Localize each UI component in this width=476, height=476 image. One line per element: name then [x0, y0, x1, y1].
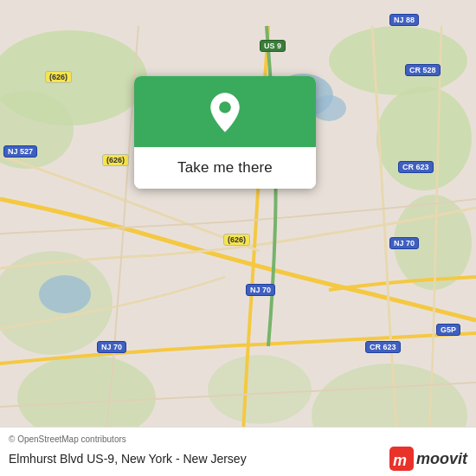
pin-icon — [204, 92, 246, 133]
shield-nj527: NJ 527 — [3, 145, 37, 158]
card-header — [134, 76, 316, 147]
moovit-text: moovit — [416, 450, 467, 468]
location-card: Take me there — [134, 76, 316, 189]
card-footer[interactable]: Take me there — [134, 147, 316, 189]
bottom-bar: © OpenStreetMap contributors Elmhurst Bl… — [0, 427, 476, 476]
moovit-icon: m — [389, 447, 414, 471]
svg-point-9 — [208, 355, 312, 424]
svg-point-4 — [376, 87, 472, 190]
location-label: Elmhurst Blvd US-9, New York - New Jerse… — [9, 447, 467, 471]
shield-nj70-r: NJ 70 — [389, 237, 419, 249]
shield-nj70-c: NJ 70 — [246, 284, 275, 296]
shield-nj88: NJ 88 — [389, 14, 419, 26]
shield-g5p: G5P — [436, 324, 460, 336]
location-text: Elmhurst Blvd US-9, New York - New Jerse… — [9, 452, 247, 466]
take-me-there-button[interactable]: Take me there — [177, 159, 273, 177]
shield-626-mid: (626) — [102, 154, 129, 166]
shield-cr623-r: CR 623 — [398, 161, 434, 173]
copyright-text: © OpenStreetMap contributors — [9, 434, 467, 444]
shield-nj70-l: NJ 70 — [97, 341, 126, 353]
svg-point-10 — [39, 275, 91, 313]
svg-text:m: m — [393, 452, 407, 469]
shield-cr528: CR 528 — [405, 64, 441, 76]
shield-626-nw: (626) — [45, 71, 72, 83]
shield-us9: US 9 — [260, 40, 286, 52]
svg-point-3 — [329, 26, 467, 95]
shield-626-center: (626) — [223, 234, 250, 246]
shield-cr623-b: CR 623 — [365, 341, 401, 353]
svg-point-12 — [312, 95, 346, 121]
map-container: (626) (626) (626) US 9 NJ 88 CR 528 NJ 5… — [0, 0, 476, 476]
svg-point-13 — [219, 101, 231, 113]
moovit-logo: m moovit — [389, 447, 467, 471]
